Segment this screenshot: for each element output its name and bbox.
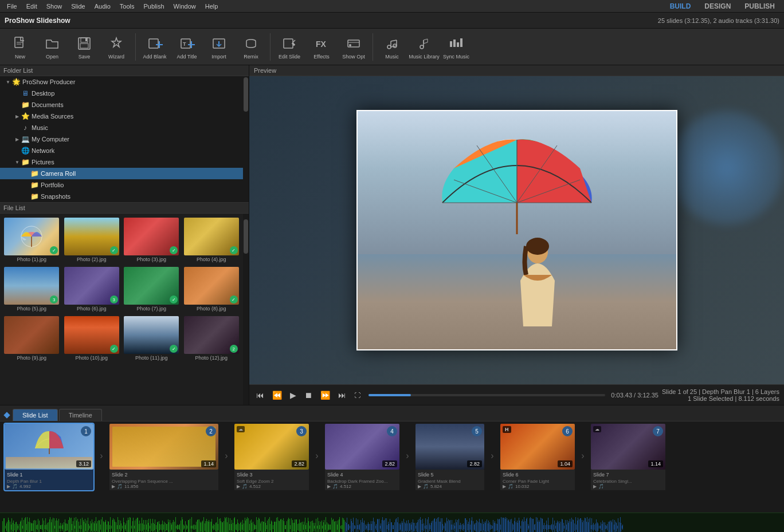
- edit-slide-label: Edit Slide: [279, 54, 300, 60]
- effects-button[interactable]: FX Effects: [306, 30, 337, 64]
- menu-audio[interactable]: Audio: [90, 2, 115, 11]
- import-button[interactable]: Import: [203, 30, 234, 64]
- menu-show[interactable]: Show: [42, 2, 67, 11]
- file-thumb-4[interactable]: ✓ Photo (4).jpg: [182, 216, 241, 264]
- slide-time-7: ▶🎵: [593, 484, 663, 489]
- file-thumb-10[interactable]: ✓ Photo (10).jpg: [62, 314, 121, 362]
- tree-item-snapshots[interactable]: 📁 Snapshots: [0, 191, 243, 202]
- slide-list-tab[interactable]: Slide List: [13, 409, 58, 421]
- slide-item-7[interactable]: ☁ 1.14 7 Slide 7 Celebration Singl... ▶🎵: [591, 424, 665, 490]
- timeline-tab[interactable]: Timeline: [59, 409, 102, 421]
- menu-help[interactable]: Help: [201, 2, 223, 11]
- thumb-badge-4: ✓: [230, 246, 238, 254]
- file-thumb-8[interactable]: ✓ Photo (8).jpg: [182, 265, 241, 313]
- file-thumb-6[interactable]: 3 Photo (6).jpg: [62, 265, 121, 313]
- tree-item-desktop[interactable]: 🖥 Desktop: [0, 88, 243, 99]
- slide-item-4[interactable]: 2.82 4 Slide 4 Backdrop Dark Framed Zoo.…: [325, 424, 399, 490]
- sync-music-button[interactable]: Sync Music: [441, 30, 472, 64]
- menu-file[interactable]: File: [2, 2, 22, 11]
- file-scrollbar[interactable]: [243, 214, 249, 405]
- thumb-img-5: 3: [4, 267, 59, 305]
- add-title-button[interactable]: T Add Title: [171, 30, 202, 64]
- file-thumb-11[interactable]: ✓ Photo (11).jpg: [122, 314, 181, 362]
- remix-button[interactable]: Remix: [236, 30, 266, 64]
- wizard-label: Wizard: [108, 54, 124, 60]
- slide-item-3[interactable]: ☁ 2.82 3 Slide 3 Soft Edge Zoom 2 ▶🎵4.51…: [234, 424, 309, 490]
- menu-publish[interactable]: Publish: [139, 2, 169, 11]
- step-back-button[interactable]: ⏪: [270, 388, 284, 402]
- save-button[interactable]: Save: [69, 30, 100, 64]
- file-thumb-7[interactable]: ✓ Photo (7).jpg: [122, 265, 181, 313]
- edit-slide-button[interactable]: Edit Slide: [274, 30, 305, 64]
- import-label: Import: [211, 54, 226, 60]
- show-opt-label: Show Opt: [342, 54, 365, 60]
- tree-item-documents[interactable]: 📁 Documents: [0, 99, 243, 111]
- file-thumb-2[interactable]: ✓ Photo (2).jpg: [62, 216, 121, 264]
- tree-item-media-sources[interactable]: ▶ ⭐ Media Sources: [0, 111, 243, 122]
- slide-sublabel-3: Soft Edge Zoom 2: [237, 479, 307, 484]
- controls-bar: ⏮ ⏪ ▶ ⏹ ⏩ ⏭ ⛶ 0:03.43 / 3:12.35 Slide 1 …: [249, 384, 784, 405]
- design-mode-button[interactable]: DESIGN: [697, 1, 738, 11]
- file-thumb-5[interactable]: 3 Photo (5).jpg: [2, 265, 61, 313]
- wizard-button[interactable]: Wizard: [101, 30, 132, 64]
- main-content: Folder List ▼ 🌟 ProShow Producer �: [0, 65, 784, 405]
- tree-item-proshow[interactable]: ▼ 🌟 ProShow Producer: [0, 76, 243, 88]
- slide-num-3: 3: [296, 426, 307, 436]
- tree-item-pictures[interactable]: ▼ 📁 Pictures: [0, 156, 243, 168]
- publish-mode-button[interactable]: PUBLISH: [738, 1, 782, 11]
- svg-rect-6: [85, 38, 87, 41]
- music-button[interactable]: Music: [377, 30, 407, 64]
- tree-item-portfolio[interactable]: 📁 Portfolio: [0, 179, 243, 191]
- slide-item-6[interactable]: H 1.04 6 Slide 6 Corner Pan Fade Light ▶…: [500, 424, 575, 490]
- add-blank-button[interactable]: Add Blank: [139, 30, 170, 64]
- slide-thumb-container-1: 3.12 1: [5, 424, 93, 470]
- save-icon: [75, 34, 93, 53]
- file-thumb-12[interactable]: 2 Photo (12).jpg: [182, 314, 241, 362]
- remix-label: Remix: [244, 54, 258, 60]
- folder-scrollbar[interactable]: [243, 76, 249, 202]
- file-thumb-9[interactable]: Photo (9).jpg: [2, 314, 61, 362]
- slide-item-5[interactable]: 2.82 5 Slide 5 Gradient Mask Blend ▶🎵5.8…: [415, 424, 484, 490]
- menu-window[interactable]: Window: [169, 2, 201, 11]
- thumb-badge-2: ✓: [110, 246, 118, 254]
- music-icon: [383, 34, 401, 53]
- slide-num-4: 4: [387, 426, 397, 436]
- file-thumb-3[interactable]: ✓ Photo (3).jpg: [122, 216, 181, 264]
- fullscreen-button[interactable]: ⛶: [352, 389, 363, 401]
- menu-tools[interactable]: Tools: [115, 2, 139, 11]
- tree-item-my-computer[interactable]: ▶ 💻 My Computer: [0, 133, 243, 145]
- file-thumb-1[interactable]: ✓ Photo (1).jpg: [2, 216, 61, 264]
- tree-label: My Computer: [32, 136, 69, 143]
- skip-to-start-button[interactable]: ⏮: [254, 388, 266, 402]
- build-mode-button[interactable]: BUILD: [663, 1, 698, 11]
- slide-sublabel-6: Corner Pan Fade Light: [503, 479, 573, 484]
- show-opt-button[interactable]: Show Opt: [338, 30, 369, 64]
- progress-bar[interactable]: [369, 394, 605, 396]
- bottom-tabs: Slide List Timeline: [0, 405, 784, 421]
- preview-canvas: [249, 76, 784, 384]
- slide-label-7: Slide 7: [593, 471, 662, 479]
- tree-item-music[interactable]: ♪ Music: [0, 122, 243, 133]
- open-button[interactable]: Open: [37, 30, 68, 64]
- camera-roll-icon: 📁: [30, 169, 39, 178]
- expand-arrow: [14, 101, 21, 108]
- music-lib-button[interactable]: Music Library: [409, 30, 440, 64]
- step-forward-button[interactable]: ⏩: [318, 388, 332, 402]
- add-blank-icon: [146, 34, 164, 53]
- slide-item-1[interactable]: 3.12 1 Slide 1 Depth Pan Blur 1 ▶🎵4.992: [5, 424, 93, 490]
- skip-to-end-button[interactable]: ⏭: [336, 388, 348, 402]
- tree-item-network[interactable]: 🌐 Network: [0, 145, 243, 156]
- preview-header: Preview: [249, 65, 784, 76]
- menu-edit[interactable]: Edit: [22, 2, 42, 11]
- menu-slide[interactable]: Slide: [66, 2, 89, 11]
- stop-button[interactable]: ⏹: [302, 388, 315, 402]
- portfolio-icon: 📁: [30, 180, 39, 190]
- slide-label-6: Slide 6: [503, 471, 571, 479]
- play-button[interactable]: ▶: [288, 388, 299, 402]
- slide-duration-3: 2.82: [292, 460, 307, 467]
- slide-item-2[interactable]: 1.14 2 Slide 2 Overlapping Pan Sequence …: [109, 424, 218, 490]
- remix-icon: [242, 34, 260, 53]
- tree-item-camera-roll[interactable]: 📁 Camera Roll: [0, 168, 243, 179]
- new-button[interactable]: New: [5, 30, 36, 64]
- progress-fill: [369, 394, 411, 396]
